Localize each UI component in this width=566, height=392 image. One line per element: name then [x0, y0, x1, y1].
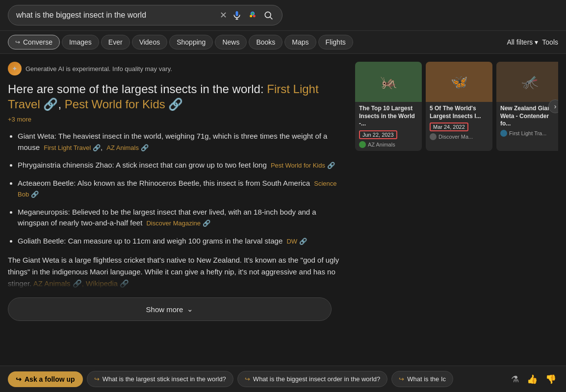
- ask-followup-button[interactable]: ↪ Ask a follow up: [8, 371, 83, 387]
- tab-videos[interactable]: Videos: [132, 35, 168, 49]
- tab-maps-label: Maps: [292, 38, 309, 46]
- svg-rect-0: [236, 11, 238, 16]
- svg-point-7: [265, 12, 271, 18]
- article-card-1[interactable]: 🦗 The Top 10 Largest Insects in the Worl…: [355, 62, 422, 151]
- tab-flights-label: Flights: [326, 38, 346, 46]
- svg-point-4: [252, 12, 254, 15]
- cards-next-button[interactable]: ›: [548, 99, 558, 113]
- card-source-1: AZ Animals: [359, 141, 418, 148]
- bullet-source-5[interactable]: DW 🔗: [286, 238, 307, 245]
- flask-icon-button[interactable]: ⚗: [509, 372, 521, 387]
- card-image-3: 🦟: [496, 62, 558, 102]
- source-link-2[interactable]: Pest World for Kids 🔗: [65, 98, 183, 111]
- summary-source[interactable]: AZ Animals 🔗, Wikipedia 🔗: [33, 279, 129, 288]
- feedback-icons: ⚗ 👍 👎: [509, 372, 558, 387]
- bullet-source-4[interactable]: Discover Magazine 🔗: [146, 220, 210, 227]
- result-heading: Here are some of the largest insects in …: [8, 81, 347, 112]
- bullet-source-2[interactable]: Pest World for Kids 🔗: [271, 162, 335, 169]
- search-submit-button[interactable]: [262, 9, 274, 21]
- clear-button[interactable]: ✕: [220, 10, 227, 21]
- source-links: +3 more: [8, 116, 347, 123]
- card-source-2: Discover Ma...: [430, 133, 489, 140]
- card-image-1: 🦗: [355, 62, 422, 102]
- tab-converse-label: Converse: [23, 38, 52, 46]
- source-dot-icon-3: [500, 130, 507, 137]
- card-title-1: The Top 10 Largest Insects in the World …: [359, 105, 418, 128]
- tab-shopping-label: Shopping: [177, 38, 206, 46]
- tab-videos-label: Videos: [139, 38, 160, 46]
- card-source-3: First Light Tra...: [500, 130, 558, 137]
- tab-maps[interactable]: Maps: [284, 35, 316, 49]
- header: ✕: [0, 0, 566, 31]
- lens-button[interactable]: [247, 9, 258, 21]
- card-image-2: 🦋: [426, 62, 492, 102]
- search-bar: ✕: [8, 5, 283, 25]
- tab-converse[interactable]: ↪ Converse: [8, 35, 60, 49]
- left-panel: ✦ Generative AI is experimental. Info qu…: [8, 62, 347, 329]
- search-input[interactable]: [16, 11, 216, 20]
- source-dot-icon-2: [430, 133, 437, 140]
- chevron-down-icon: ▾: [535, 38, 538, 46]
- tab-flights[interactable]: Flights: [318, 35, 353, 49]
- svg-point-5: [250, 15, 252, 17]
- mic-icon: [232, 10, 242, 20]
- chevron-down-icon: ⌄: [187, 305, 193, 314]
- followup-bar: ↪ Ask a follow up ↪ What is the largest …: [0, 366, 566, 392]
- followup-chip-1[interactable]: ↪ What is the largest stick insect in th…: [87, 371, 233, 387]
- followup-chip-2[interactable]: ↪ What is the biggest insect order in th…: [237, 371, 387, 387]
- list-item: Acteaeom Beetle: Also known as the Rhino…: [18, 178, 347, 200]
- bullet-source-1a[interactable]: First Light Travel 🔗: [44, 144, 101, 151]
- more-sources-link[interactable]: +3 more: [8, 116, 31, 123]
- card-title-2: 5 Of The World's Largest Insects I...: [430, 105, 489, 120]
- card-content-2: 5 Of The World's Largest Insects I... Ma…: [426, 102, 492, 143]
- cards-row: 🦗 The Top 10 Largest Insects in the Worl…: [355, 62, 558, 151]
- bullet-source-1b[interactable]: AZ Animals 🔗: [106, 144, 148, 151]
- chip-arrow-icon-1: ↪: [94, 375, 100, 383]
- tab-images[interactable]: Images: [62, 35, 99, 49]
- card-content-1: The Top 10 Largest Insects in the World …: [355, 102, 422, 151]
- show-more-button[interactable]: Show more ⌄: [8, 297, 332, 321]
- right-panel: 🦗 The Top 10 Largest Insects in the Worl…: [347, 62, 558, 329]
- list-item: Phrygainstria chinensis Zhao: A stick in…: [18, 160, 347, 171]
- mic-button[interactable]: [231, 9, 243, 21]
- nav-tabs: ↪ Converse Images Ever Videos Shopping N…: [0, 31, 566, 54]
- tab-books-label: Books: [256, 38, 275, 46]
- tab-news[interactable]: News: [215, 35, 247, 49]
- ai-banner: ✦ Generative AI is experimental. Info qu…: [8, 62, 347, 75]
- tab-books[interactable]: Books: [249, 35, 283, 49]
- converse-arrow-icon: ↪: [15, 39, 20, 46]
- all-filters-button[interactable]: All filters ▾: [507, 38, 538, 46]
- tab-images-label: Images: [69, 38, 92, 46]
- tools-button[interactable]: Tools: [542, 38, 558, 46]
- followup-chip-3[interactable]: ↪ What is the Ic: [391, 371, 453, 387]
- ai-icon: ✦: [8, 62, 22, 75]
- source-dot-icon: [359, 141, 366, 148]
- tab-ever[interactable]: Ever: [101, 35, 130, 49]
- card-date-2: Mar 24, 2022: [430, 122, 468, 131]
- list-item: Meganeuropsis: Believed to be the larges…: [18, 207, 347, 229]
- article-card-2[interactable]: 🦋 5 Of The World's Largest Insects I... …: [426, 62, 492, 151]
- tab-news-label: News: [222, 38, 239, 46]
- tab-shopping[interactable]: Shopping: [169, 35, 213, 49]
- ask-followup-arrow-icon: ↪: [16, 375, 22, 383]
- ai-banner-text: Generative AI is experimental. Info qual…: [26, 65, 172, 73]
- svg-point-6: [253, 15, 256, 17]
- main-content: ✦ Generative AI is experimental. Info qu…: [0, 54, 566, 337]
- tab-ever-label: Ever: [108, 38, 123, 46]
- nav-right: All filters ▾ Tools: [507, 38, 558, 46]
- thumbs-down-button[interactable]: 👎: [543, 372, 558, 387]
- summary-text: The Giant Weta is a large flightless cri…: [8, 254, 347, 290]
- chip-arrow-icon-2: ↪: [245, 375, 250, 383]
- card-date-1: Jun 22, 2023: [359, 130, 397, 139]
- bullet-list: Giant Weta: The heaviest insect in the w…: [8, 131, 347, 246]
- list-item: Giant Weta: The heaviest insect in the w…: [18, 131, 347, 153]
- lens-icon: [248, 10, 257, 20]
- svg-line-8: [270, 17, 273, 20]
- list-item: Goliath Beetle: Can measure up to 11cm a…: [18, 236, 347, 247]
- chip-arrow-icon-3: ↪: [399, 375, 404, 383]
- thumbs-up-button[interactable]: 👍: [525, 372, 540, 387]
- search-icon: [263, 10, 273, 20]
